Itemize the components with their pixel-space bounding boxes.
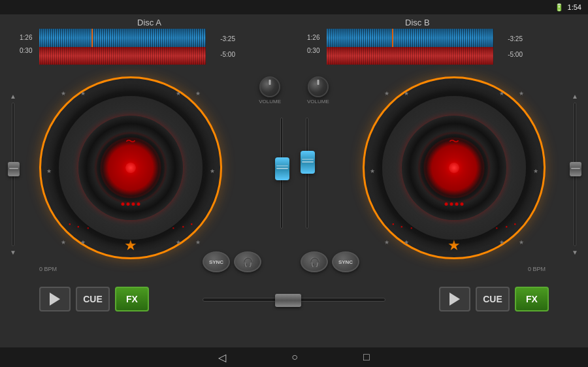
b-star-4: ★: [519, 239, 524, 246]
b-red-dot-1: ●: [392, 222, 395, 226]
vinyl-b: 〜: [402, 116, 506, 220]
waveform-a-visual: [39, 29, 206, 65]
center-faders: [280, 118, 308, 248]
battery-icon: 🔋: [555, 3, 564, 12]
platter-b-inner: 〜: [382, 96, 526, 240]
recent-button[interactable]: □: [363, 351, 370, 363]
sync-group-b: 🎧 SYNC: [301, 251, 359, 272]
right-slider-track[interactable]: [574, 103, 576, 246]
status-icons: 🔋 1:54: [555, 3, 581, 12]
b-star-3: ★: [499, 239, 504, 246]
volume-knob-a-container: VOLUME: [259, 76, 281, 104]
fx-btn-b[interactable]: FX: [515, 287, 549, 311]
b-star-2: ★: [404, 239, 409, 246]
transport-right: CUE FX: [439, 287, 549, 311]
star-8: ★: [195, 90, 201, 97]
sync-group-a: SYNC 🎧: [203, 251, 261, 272]
platter-a-inner: 〜: [59, 96, 203, 240]
needle-a: 〜: [125, 135, 136, 149]
sync-btn-a[interactable]: SYNC: [203, 251, 230, 272]
right-slider-down-arrow[interactable]: ▼: [572, 249, 578, 256]
waveform-b-visual: [327, 29, 493, 65]
waveform-b-bottom: [327, 47, 493, 65]
turntable-b[interactable]: ★ ★ ★ ★ ★ ★ ★ ★ ★ ★ ★ ● ● ● ● ● ● ● ●: [363, 76, 546, 259]
waveform-a-bottom: [39, 47, 206, 65]
disc-a-label: Disc A: [137, 18, 161, 27]
dj-interface: Disc A Disc B 1:26 0:30 -3:25 -5:00 1:26…: [0, 14, 588, 347]
volume-knob-a[interactable]: [259, 76, 280, 97]
needle-b: 〜: [449, 135, 459, 149]
play-icon-a: [50, 293, 60, 306]
fader-b[interactable]: [306, 118, 308, 248]
fader-a[interactable]: [280, 118, 283, 248]
platter-b-outer[interactable]: ★ ★ ★ ★ ★ ★ ★ ★ ★ ★ ★ ● ● ● ● ● ● ● ●: [363, 76, 546, 259]
b-star-8: ★: [519, 90, 524, 97]
home-button[interactable]: ○: [291, 351, 298, 363]
fader-a-track[interactable]: [280, 118, 283, 229]
crossfader-track[interactable]: [203, 298, 385, 302]
disc-b-elapsed2: 0:30: [307, 47, 319, 54]
star-2: ★: [80, 239, 86, 246]
vinyl-b-dots: [445, 202, 464, 206]
play-btn-b[interactable]: [439, 287, 470, 311]
headphone-btn-b[interactable]: 🎧: [301, 251, 328, 272]
turntable-a[interactable]: ★ ★ ★ ★ ★ ★ ★ ★ ★ ★ ★ ● ● ● ● ● ● ● ●: [39, 76, 222, 259]
red-dot-2: ●: [77, 225, 80, 229]
crossfader-container: [196, 298, 392, 302]
left-slider-up-arrow[interactable]: ▲: [10, 93, 16, 100]
disc-a-elapsed: 1:26: [20, 34, 32, 41]
star-6: ★: [80, 90, 86, 97]
bpm-b-label: 0 BPM: [528, 266, 546, 272]
b-red-dot-2: ●: [400, 225, 403, 229]
sync-btn-b[interactable]: SYNC: [332, 251, 359, 272]
red-dot-7: ●: [182, 225, 184, 229]
star-1: ★: [61, 239, 66, 246]
fader-b-handle[interactable]: [301, 151, 315, 174]
star-10: ★: [210, 168, 215, 174]
cue-btn-a[interactable]: CUE: [76, 287, 110, 311]
disc-a-elapsed2: 0:30: [20, 47, 32, 54]
disc-b-times: -3:25 -5:00: [480, 29, 523, 65]
left-slider-track[interactable]: [12, 103, 14, 246]
vinyl-a: 〜: [78, 116, 183, 220]
disc-b-elapsed: 1:26: [307, 34, 319, 41]
transport-left: CUE FX: [39, 287, 149, 311]
headphone-icon-a: 🎧: [242, 257, 253, 267]
play-btn-a[interactable]: [39, 287, 71, 311]
red-dot-6: ●: [172, 226, 174, 230]
platter-a-outer[interactable]: ★ ★ ★ ★ ★ ★ ★ ★ ★ ★ ★ ● ● ● ● ● ● ● ●: [39, 76, 222, 259]
left-side-slider[interactable]: ▲ ▼: [7, 93, 20, 256]
crossfader-handle[interactable]: [275, 294, 301, 307]
b-red-dot-6: ●: [495, 226, 498, 230]
b-star-9: ★: [370, 168, 375, 174]
back-button[interactable]: ◁: [218, 351, 226, 364]
star-3: ★: [176, 239, 181, 246]
right-slider-handle[interactable]: [570, 162, 581, 176]
volume-label-a: VOLUME: [259, 99, 281, 104]
cue-btn-b[interactable]: CUE: [476, 287, 510, 311]
b-star-5: ★: [384, 90, 389, 97]
nav-bar: ◁ ○ □: [0, 347, 588, 367]
b-red-dot-7: ●: [505, 225, 508, 229]
volume-knob-b[interactable]: [308, 76, 329, 97]
fx-btn-a[interactable]: FX: [115, 287, 149, 311]
volume-label-b: VOLUME: [307, 99, 329, 104]
star-9: ★: [46, 168, 52, 174]
vinyl-a-dots: [122, 202, 140, 206]
left-slider-handle[interactable]: [8, 162, 20, 176]
waveform-b[interactable]: 1:26 0:30 -3:25 -5:00: [307, 29, 523, 65]
right-slider-up-arrow[interactable]: ▲: [572, 93, 578, 100]
left-slider-down-arrow[interactable]: ▼: [10, 249, 16, 256]
headphone-icon-b: 🎧: [309, 257, 320, 267]
fader-b-track[interactable]: [306, 118, 308, 229]
b-star-10: ★: [533, 168, 538, 174]
b-star-6: ★: [404, 90, 409, 97]
red-dot-8: ●: [190, 222, 193, 226]
fader-a-handle[interactable]: [275, 157, 289, 180]
disc-a-times: -3:25 -5:00: [193, 29, 235, 65]
b-red-dot-8: ●: [514, 222, 516, 226]
star-5: ★: [61, 90, 66, 97]
right-side-slider[interactable]: ▲ ▼: [568, 93, 581, 256]
headphone-btn-a[interactable]: 🎧: [234, 251, 261, 272]
waveform-a[interactable]: 1:26 0:30 -3:25 -5:00: [20, 29, 235, 65]
